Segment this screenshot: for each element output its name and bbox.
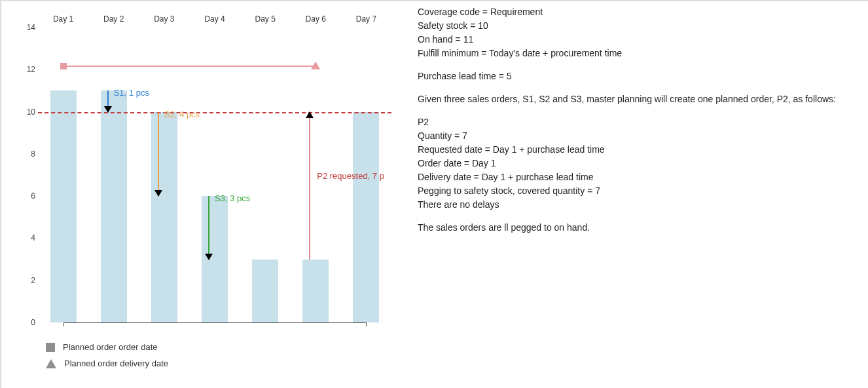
info-line: The sales orders are ll pegged to on han… <box>418 221 856 235</box>
info-line: Quantity = 7 <box>418 129 856 143</box>
bar-day-2 <box>101 90 127 322</box>
arrow-s2 <box>158 112 159 197</box>
chart-area: 02468101214Day 1Day 2Day 3Day 4Day 5Day … <box>20 14 396 329</box>
triangle-icon <box>311 62 320 69</box>
annotation-s2: S2, 4 pcs <box>164 109 200 119</box>
x-axis-line <box>63 322 367 323</box>
info-line: Requested date = Day 1 + purchase lead t… <box>418 143 856 157</box>
x-tick-label: Day 1 <box>53 14 73 24</box>
x-tick-label: Day 7 <box>356 14 376 24</box>
annotation-s1: S1, 1 pcs <box>114 88 149 98</box>
info-line: Given three sales orders, S1, S2 and S3,… <box>418 92 856 106</box>
x-tick-label: Day 6 <box>306 14 326 24</box>
arrow-s1 <box>107 90 109 111</box>
info-line: Fulfill minimum = Today's date + procure… <box>418 47 856 60</box>
bar-day-6 <box>302 260 329 322</box>
square-icon <box>46 343 55 352</box>
square-icon <box>60 63 67 69</box>
info-line: Delivery date = Day 1 + purchase lead ti… <box>418 170 856 184</box>
y-tick-label: 12 <box>24 65 35 74</box>
info-line: There are no delays <box>418 198 856 212</box>
info-line: Pegging to safety stock, covered quantit… <box>418 184 856 198</box>
y-tick-label: 8 <box>24 149 35 159</box>
x-tick-label: Day 2 <box>103 14 124 24</box>
safety-stock-line <box>38 112 391 113</box>
y-tick-label: 2 <box>24 276 35 285</box>
legend: Planned order order date Planned order d… <box>46 342 168 375</box>
x-tick-label: Day 5 <box>255 14 275 24</box>
arrow-s3 <box>208 196 209 259</box>
legend-row-order-date: Planned order order date <box>46 342 168 352</box>
y-tick-label: 4 <box>24 233 35 242</box>
info-line: Safety stock = 10 <box>418 19 856 33</box>
legend-row-delivery-date: Planned order delivery date <box>46 359 168 368</box>
y-tick-label: 6 <box>24 191 35 201</box>
y-tick-label: 0 <box>24 318 35 327</box>
y-tick-label: 14 <box>24 23 35 32</box>
x-tick-label: Day 3 <box>154 14 174 24</box>
info-line: P2 <box>418 115 856 129</box>
info-line: Purchase lead time = 5 <box>418 69 856 83</box>
x-tick-label: Day 4 <box>204 14 225 24</box>
bar-day-1 <box>50 90 77 322</box>
y-tick-label: 10 <box>24 107 35 117</box>
bar-day-3 <box>151 112 177 322</box>
info-line: On hand = 11 <box>418 33 856 47</box>
planned-order-timeline <box>63 66 316 67</box>
info-panel: Coverage code = Requirement Safety stock… <box>418 5 856 235</box>
bar-day-5 <box>252 260 278 322</box>
annotation-s3: S3, 3 pcs <box>215 193 250 203</box>
triangle-icon <box>46 359 56 368</box>
plot-area: 02468101214Day 1Day 2Day 3Day 4Day 5Day … <box>38 28 391 322</box>
arrow-p2 <box>309 112 310 260</box>
bar-day-7 <box>353 112 379 322</box>
annotation-p2: P2 requested, 7 p <box>317 171 384 181</box>
legend-label: Planned order delivery date <box>64 359 168 368</box>
info-line: Coverage code = Requirement <box>418 5 856 19</box>
info-line: Order date = Day 1 <box>418 157 856 170</box>
legend-label: Planned order order date <box>63 342 158 352</box>
